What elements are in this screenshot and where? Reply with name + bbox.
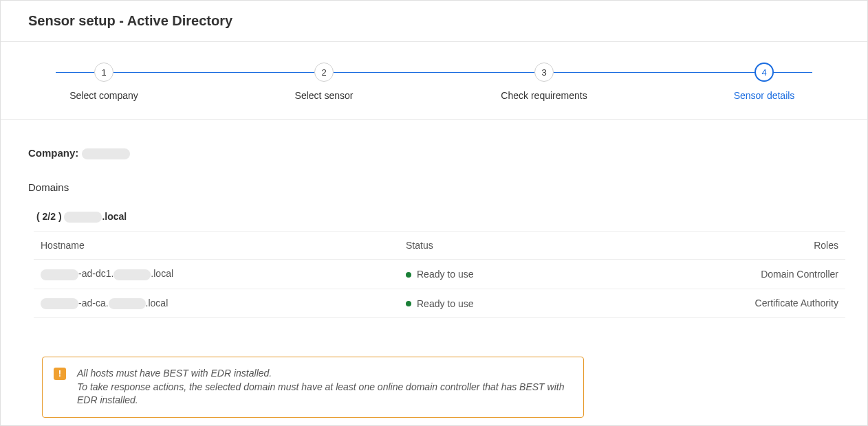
hostname-mid: -ad-ca. (78, 298, 109, 309)
table-row[interactable]: -ad-dc1..local Ready to use Domain Contr… (34, 260, 845, 289)
page-title: Sensor setup - Active Directory (28, 13, 840, 29)
cell-hostname: -ad-dc1..local (34, 260, 399, 289)
domain-header: ( 2/2 ) .local (28, 211, 840, 231)
warning-text: All hosts must have BEST with EDR instal… (77, 367, 572, 407)
stepper: 1 Select company 2 Select sensor 3 Check… (56, 63, 812, 101)
content-area: Company: Domains ( 2/2 ) .local Hostname… (1, 120, 867, 426)
step-sensor-details[interactable]: 4 Sensor details (716, 63, 812, 101)
stepper-line (56, 72, 812, 73)
hostname-prefix-redacted (41, 269, 78, 280)
stepper-container: 1 Select company 2 Select sensor 3 Check… (1, 42, 867, 120)
hosts-table: Hostname Status Roles -ad-dc1..local Rea… (34, 231, 845, 318)
page-header: Sensor setup - Active Directory (1, 1, 867, 42)
step-label-2: Select sensor (295, 90, 354, 101)
step-check-requirements[interactable]: 3 Check requirements (496, 63, 592, 101)
domain-name-redacted (64, 212, 102, 223)
hostname-prefix-redacted (41, 298, 78, 309)
cell-hostname: -ad-ca..local (34, 289, 399, 317)
step-circle-3: 3 (534, 63, 554, 82)
cell-role: Certificate Authority (683, 289, 845, 317)
warning-alert: ! All hosts must have BEST with EDR inst… (42, 357, 584, 418)
step-label-1: Select company (69, 90, 138, 101)
company-row: Company: (28, 147, 840, 159)
step-circle-1: 1 (94, 63, 113, 82)
domains-section-title: Domains (28, 181, 840, 193)
company-label: Company: (28, 147, 78, 159)
status-dot-icon (406, 272, 411, 278)
step-circle-2: 2 (314, 63, 334, 82)
status-dot-icon (406, 301, 411, 306)
domain-suffix: .local (102, 211, 127, 222)
col-status: Status (399, 232, 683, 260)
step-label-3: Check requirements (501, 90, 587, 101)
domain-count: ( 2/2 ) (36, 211, 62, 222)
cell-status: Ready to use (399, 289, 683, 317)
hostname-suffix: .local (146, 298, 169, 309)
page-root: Sensor setup - Active Directory 1 Select… (0, 0, 868, 426)
step-select-sensor[interactable]: 2 Select sensor (276, 63, 372, 101)
company-value-redacted (82, 148, 130, 159)
hostname-suffix: .local (151, 268, 173, 279)
hostname-domain-redacted (113, 269, 151, 280)
step-label-4: Sensor details (734, 90, 795, 101)
step-circle-4: 4 (755, 63, 774, 82)
warning-line1: All hosts must have BEST with EDR instal… (77, 368, 272, 379)
col-hostname: Hostname (34, 232, 399, 260)
warning-icon: ! (54, 368, 66, 380)
hostname-domain-redacted (109, 298, 146, 309)
table-row[interactable]: -ad-ca..local Ready to use Certificate A… (34, 289, 845, 317)
warning-line2: To take response actions, the selected d… (77, 381, 572, 407)
step-select-company[interactable]: 1 Select company (56, 63, 152, 101)
cell-status: Ready to use (399, 260, 683, 289)
hostname-mid: -ad-dc1. (78, 268, 113, 279)
status-text: Ready to use (417, 269, 474, 280)
cell-role: Domain Controller (683, 260, 845, 289)
col-roles: Roles (683, 232, 845, 260)
table-header-row: Hostname Status Roles (34, 232, 845, 260)
status-text: Ready to use (417, 298, 474, 309)
